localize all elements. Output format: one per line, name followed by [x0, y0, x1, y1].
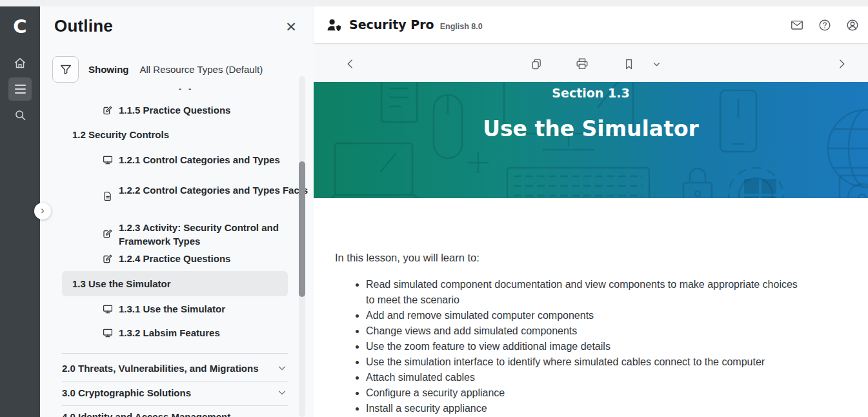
edit-icon	[102, 228, 114, 242]
chevron-down-icon	[276, 362, 288, 374]
app-logo[interactable]: C	[0, 15, 40, 37]
course-title-group: Security Pro English 8.0	[326, 17, 483, 33]
windows-icon	[741, 176, 780, 198]
chevron-down-icon	[276, 387, 288, 398]
outline-menu-button[interactable]	[8, 77, 32, 101]
monitor-icon	[102, 303, 114, 318]
laptop-icon	[319, 137, 435, 198]
divider	[62, 381, 288, 381]
lesson-objective: Change views and add simulated component…	[366, 323, 798, 339]
outline-title: Outline	[54, 16, 113, 36]
top-strip	[0, 0, 868, 6]
search-icon	[14, 108, 27, 122]
banner-text: Section 1.3 Use the Simulator	[314, 82, 868, 141]
plus-icon	[465, 150, 491, 176]
outline-section-1-3-selected[interactable]: 1.3 Use the Simulator	[62, 271, 288, 296]
outline-item-1-1-5[interactable]: 1.1.5 Practice Questions	[102, 103, 230, 119]
outline-chapter-3-0[interactable]: 3.0 Cryptographic Solutions	[62, 387, 288, 398]
course-subtitle: English 8.0	[440, 22, 483, 31]
home-button[interactable]	[8, 52, 32, 75]
section-banner: Section 1.3 Use the Simulator	[314, 82, 868, 198]
bookmark-button[interactable]	[620, 56, 637, 72]
lesson-objectives-list: Read simulated component documentation a…	[354, 277, 798, 416]
outline-item-1-3-2[interactable]: 1.3.2 Labsim Features	[102, 326, 220, 341]
outline-section-1-2[interactable]: 1.2 Security Controls	[72, 129, 169, 140]
outline-close-button[interactable]: ✕	[282, 18, 300, 36]
print-button[interactable]	[574, 56, 590, 72]
panel-expand-button[interactable]: ›	[34, 203, 51, 219]
filter-icon	[59, 63, 73, 77]
help-icon	[818, 18, 832, 32]
back-button[interactable]	[342, 56, 359, 72]
copy-button[interactable]	[528, 56, 545, 72]
chevron-left-icon	[344, 57, 357, 70]
header-icons	[789, 17, 860, 33]
lesson-objective: Attach simulated cables	[366, 370, 798, 385]
menu-icon	[15, 85, 26, 94]
print-icon	[575, 57, 589, 71]
mail-icon	[790, 18, 804, 32]
clipped-outline-item[interactable]: - -	[179, 85, 194, 94]
outline-item-1-3-1[interactable]: 1.3.1 Use the Simulator	[102, 302, 225, 318]
lesson-objective: Read simulated component documentation a…	[366, 277, 798, 308]
keyboard-icon	[504, 165, 652, 198]
course-header: Security Pro English 8.0	[314, 6, 868, 44]
outline-scrollbar-thumb[interactable]	[299, 161, 305, 297]
search-button[interactable]	[8, 103, 32, 127]
close-icon: ✕	[285, 19, 297, 35]
divider	[62, 353, 288, 354]
lesson-toolbar	[314, 45, 868, 82]
lesson-title: Use the Simulator	[314, 116, 868, 141]
outline-item-1-2-4[interactable]: 1.2.4 Practice Questions	[102, 252, 230, 267]
chevron-down-icon	[652, 59, 661, 69]
outline-item-1-2-1[interactable]: 1.2.1 Control Categories and Types	[102, 153, 280, 168]
forward-button[interactable]	[833, 56, 850, 72]
outline-chapter-2-0[interactable]: 2.0 Threats, Vulnerabilities, and Migrat…	[62, 362, 288, 374]
main-content: Security Pro English 8.0	[314, 6, 868, 417]
outline-chapter-4-0[interactable]: 4.0 Identity and Access Management	[62, 411, 288, 417]
lock-icon	[678, 165, 717, 198]
lesson-objective: Install a security appliance	[366, 401, 798, 416]
monitor-icon	[102, 154, 114, 168]
bookmark-icon	[622, 57, 636, 71]
home-icon	[13, 56, 27, 70]
user-shield-icon	[326, 17, 343, 33]
outline-panel: Outline ✕ Showing All Resource Types (De…	[40, 6, 314, 417]
document-icon	[102, 190, 114, 205]
mail-button[interactable]	[789, 17, 805, 33]
outline-item-1-2-3[interactable]: 1.2.3 Activity: Security Control and Fra…	[102, 221, 312, 248]
filter-button[interactable]	[52, 56, 79, 83]
help-button[interactable]	[817, 17, 833, 33]
lesson-objective: Use the zoom feature to view additional …	[366, 339, 798, 354]
showing-value: All Resource Types (Default)	[140, 64, 263, 75]
account-icon	[845, 18, 860, 32]
showing-label: Showing	[88, 64, 129, 75]
chevron-right-icon	[835, 57, 848, 70]
course-title: Security Pro	[349, 17, 434, 32]
edit-icon	[102, 253, 114, 267]
lesson-objective: Use the simulation interface to identify…	[366, 354, 798, 370]
chevron-right-icon: ›	[41, 205, 44, 216]
account-button[interactable]	[845, 17, 860, 33]
copy-icon	[530, 57, 543, 71]
filter-row: Showing All Resource Types (Default)	[52, 56, 263, 83]
divider	[62, 405, 288, 406]
lesson-objective: Configure a security appliance	[366, 385, 798, 401]
outline-item-1-2-2[interactable]: 1.2.2 Control Categories and Types Facts	[102, 183, 308, 205]
edit-icon	[102, 105, 114, 119]
bookmark-dropdown-button[interactable]	[648, 56, 665, 72]
lesson-objective: Add and remove simulated computer compon…	[366, 308, 798, 323]
section-label: Section 1.3	[314, 86, 868, 100]
disc-icon	[836, 172, 868, 198]
lesson-intro: In this lesson, you will learn to:	[335, 252, 479, 264]
monitor-icon	[102, 327, 114, 341]
